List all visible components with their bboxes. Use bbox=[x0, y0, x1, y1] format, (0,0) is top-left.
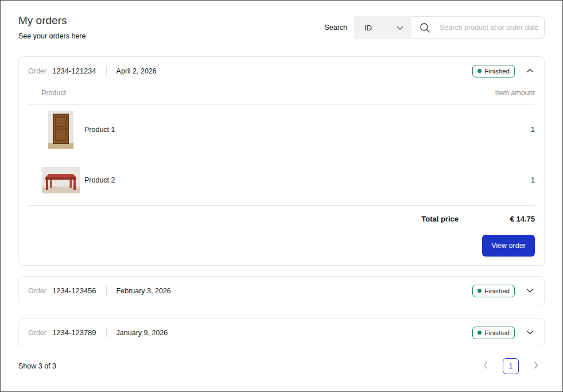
my-orders-page: My orders See your orders here Search ID… bbox=[0, 0, 563, 392]
order-date: February 3, 2026 bbox=[117, 287, 171, 295]
search-group: Search ID bbox=[324, 16, 545, 39]
order-header[interactable]: Order 1234-121234 April 2, 2026 Finished bbox=[28, 57, 535, 85]
order-date: April 2, 2026 bbox=[117, 67, 157, 75]
order-id: 1234-121234 bbox=[52, 67, 96, 75]
order-card-collapsed: Order 1234-123456 February 3, 2026 Finis… bbox=[18, 276, 545, 305]
order-card-expanded: Order 1234-121234 April 2, 2026 Finished… bbox=[18, 56, 545, 266]
status-label: Finished bbox=[485, 288, 510, 294]
search-input[interactable] bbox=[440, 24, 544, 32]
footer: Show 3 of 3 1 bbox=[18, 358, 545, 374]
order-header[interactable]: Order 1234-123789 January 9, 2026 Finish… bbox=[28, 319, 535, 347]
title-block: My orders See your orders here bbox=[18, 14, 86, 40]
status-dot-icon bbox=[477, 289, 482, 293]
chevron-left-icon bbox=[483, 362, 488, 371]
chevron-down-icon bbox=[526, 286, 534, 295]
status-label: Finished bbox=[485, 68, 510, 75]
divider bbox=[106, 286, 107, 296]
search-icon bbox=[420, 22, 430, 33]
divider bbox=[106, 328, 107, 337]
page-number-button[interactable]: 1 bbox=[503, 358, 519, 374]
expand-order-button[interactable] bbox=[525, 327, 535, 338]
previous-page-button[interactable] bbox=[480, 359, 490, 373]
order-id: 1234-123789 bbox=[52, 328, 96, 337]
search-filter-select[interactable]: ID bbox=[354, 16, 411, 39]
product-image bbox=[42, 167, 80, 193]
order-label: Order bbox=[28, 287, 46, 295]
view-order-button[interactable]: View order bbox=[482, 235, 535, 257]
order-date: January 9, 2026 bbox=[117, 329, 168, 337]
button-row: View order bbox=[28, 232, 535, 265]
item-amount: 1 bbox=[531, 126, 535, 134]
status-label: Finished bbox=[485, 329, 510, 336]
status-dot-icon bbox=[477, 69, 482, 73]
chevron-up-icon bbox=[526, 67, 534, 75]
total-price-label: Total price bbox=[421, 215, 459, 223]
order-id: 1234-123456 bbox=[52, 286, 96, 295]
search-filter-value: ID bbox=[364, 24, 372, 32]
red-table-image bbox=[42, 167, 80, 193]
page-subtitle: See your orders here bbox=[18, 32, 86, 40]
wooden-door-image bbox=[48, 111, 73, 149]
search-label: Search bbox=[324, 24, 347, 32]
search-box bbox=[411, 16, 545, 39]
product-name: Product 2 bbox=[84, 176, 115, 184]
page-header: My orders See your orders here Search ID bbox=[18, 1, 545, 40]
order-item-row: Product 2 1 bbox=[28, 155, 535, 205]
order-card-collapsed: Order 1234-123789 January 9, 2026 Finish… bbox=[18, 318, 545, 347]
order-item-row: Product 1 1 bbox=[28, 104, 535, 155]
total-price-value: € 14.75 bbox=[459, 215, 535, 223]
expand-order-button[interactable] bbox=[525, 285, 535, 296]
next-page-button[interactable] bbox=[531, 359, 541, 373]
amount-column-header: Item amount bbox=[495, 89, 535, 97]
results-count: Show 3 of 3 bbox=[18, 362, 56, 370]
status-badge: Finished bbox=[472, 285, 515, 297]
product-image bbox=[42, 111, 80, 149]
product-column-header: Product bbox=[28, 89, 66, 97]
chevron-down-icon bbox=[397, 24, 403, 32]
collapse-order-button[interactable] bbox=[525, 65, 535, 76]
order-label: Order bbox=[28, 67, 46, 75]
item-amount: 1 bbox=[531, 176, 535, 184]
order-header[interactable]: Order 1234-123456 February 3, 2026 Finis… bbox=[28, 277, 535, 305]
status-badge: Finished bbox=[472, 65, 515, 77]
items-table-header: Product Item amount bbox=[28, 85, 535, 104]
status-badge: Finished bbox=[472, 327, 515, 339]
status-dot-icon bbox=[477, 331, 482, 335]
page-title: My orders bbox=[18, 14, 86, 27]
divider bbox=[106, 66, 107, 76]
pagination: 1 bbox=[480, 358, 541, 374]
chevron-right-icon bbox=[534, 362, 539, 371]
total-row: Total price € 14.75 bbox=[28, 205, 535, 232]
chevron-down-icon bbox=[526, 328, 534, 337]
product-name: Product 1 bbox=[84, 126, 115, 134]
order-label: Order bbox=[28, 329, 46, 337]
